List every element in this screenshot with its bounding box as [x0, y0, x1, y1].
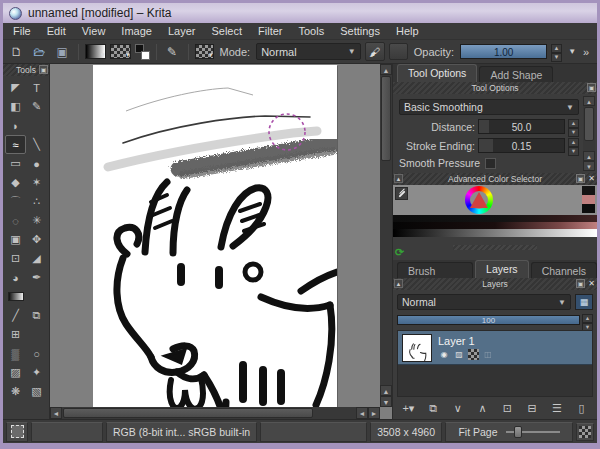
menu-item-settings[interactable]: Settings [340, 25, 380, 37]
new-document-icon[interactable]: 🗋 [7, 42, 26, 61]
polyline-tool[interactable]: ✶ [26, 173, 47, 192]
canvas-area[interactable]: ▲ ▲ ▼ ◄ ◄ ► [50, 64, 392, 419]
menu-item-filter[interactable]: Filter [258, 25, 282, 37]
shade-bar-hue[interactable] [393, 222, 597, 229]
color-selector-main[interactable] [393, 185, 597, 215]
rectangle-tool[interactable]: ▭ [5, 154, 26, 173]
canvas-only-button[interactable] [576, 423, 594, 441]
open-document-icon[interactable]: 🗁 [30, 42, 49, 61]
layer-visibility-eye-icon[interactable]: ◉ [438, 350, 450, 360]
zoom-slider-thumb[interactable] [514, 426, 522, 438]
delete-layer-button[interactable]: ▯ [574, 402, 589, 415]
layer-thumbnail[interactable] [402, 334, 432, 362]
menu-item-tools[interactable]: Tools [299, 25, 325, 37]
tab-brush-presets[interactable]: Brush Presets [397, 262, 473, 278]
grid-tool[interactable]: ⊞ [5, 325, 26, 344]
gradient-tool[interactable] [5, 287, 26, 306]
fill-tool[interactable]: ◕ [5, 268, 26, 287]
last-used-colors[interactable] [582, 186, 595, 213]
shade-bar-value[interactable] [393, 229, 597, 237]
menu-item-edit[interactable]: Edit [47, 25, 66, 37]
menu-item-file[interactable]: File [13, 25, 31, 37]
duplicate-layer-button[interactable]: ⧉ [426, 402, 441, 415]
menu-item-layer[interactable]: Layer [168, 25, 196, 37]
distance-spinner[interactable]: ▲▼ [568, 119, 579, 134]
dynamic-brush-tool[interactable]: ∴ [26, 192, 47, 211]
float-docker-icon[interactable]: ▣ [576, 279, 585, 288]
stroke-ending-spinner[interactable]: ▲▼ [568, 138, 579, 153]
edit-shapes-tool[interactable]: ◧ [5, 97, 26, 116]
ellipse-tool[interactable]: ● [26, 154, 47, 173]
float-docker-icon[interactable]: ▣ [576, 174, 585, 183]
gradient-chooser[interactable]: ▾ [85, 44, 106, 59]
freehand-brush-tool[interactable]: ≈ [5, 135, 26, 154]
layer-opacity-spinner[interactable]: ▲▼ [582, 314, 593, 326]
layer-row[interactable]: Layer 1 ◉ ▨ ◫ [398, 331, 592, 365]
paintop-settings-icon[interactable]: 🖌 [365, 42, 385, 61]
move-layer-down-button[interactable]: ∨ [451, 402, 466, 415]
select-shapes-tool[interactable]: ◤ [5, 78, 26, 97]
docker-splitter-handle[interactable] [453, 245, 537, 250]
scroll-left-icon-2[interactable]: ◄ [356, 407, 368, 419]
color-picker-tool[interactable]: ✒ [26, 268, 47, 287]
move-out-of-group-button[interactable]: ⊟ [525, 402, 540, 415]
close-docker-icon[interactable]: ✕ [587, 279, 596, 288]
colorspace-status[interactable]: RGB (8-bit int... sRGB built-in [106, 422, 257, 442]
blend-mode-dropdown[interactable]: Normal ▼ [397, 294, 571, 310]
layer-opacity-slider[interactable]: 100 [397, 315, 580, 325]
select-similar-tool[interactable]: ❋ [5, 382, 26, 401]
pan-tool[interactable]: ⧉ [26, 306, 47, 325]
menu-item-help[interactable]: Help [396, 25, 419, 37]
select-contiguous-tool[interactable]: ✦ [26, 363, 47, 382]
crop-tool[interactable]: ▣ [5, 230, 26, 249]
fg-bg-colors[interactable] [135, 44, 150, 60]
collapse-docker-icon[interactable]: ▲ [394, 174, 403, 183]
tool-options-scrollbar[interactable]: ▲ ▲ ▼ [583, 96, 595, 171]
polygon-tool[interactable]: ◆ [5, 173, 26, 192]
freehand-brush-icon[interactable]: ✎ [163, 42, 182, 61]
scroll-down-icon[interactable]: ▼ [380, 396, 392, 407]
float-docker-icon[interactable]: ▣ [39, 65, 48, 74]
scroll-up-icon[interactable]: ▲ [380, 64, 392, 75]
bezier-curve-tool[interactable]: ⌒ [5, 192, 26, 211]
layer-properties-button[interactable]: ☰ [550, 402, 565, 415]
opacity-slider[interactable]: 1.00 [460, 44, 547, 59]
zoom-mode-label[interactable]: Fit Page [458, 426, 497, 438]
select-outline-tool[interactable]: ○ [26, 344, 47, 363]
line-tool[interactable]: ╲ [26, 135, 47, 154]
color-swatch[interactable] [582, 186, 595, 195]
float-docker-icon[interactable]: ▣ [587, 83, 596, 92]
pattern-chooser[interactable]: ▾ [110, 44, 131, 59]
close-docker-icon[interactable]: ✕ [587, 174, 596, 183]
smoothing-dropdown[interactable]: Basic Smoothing ▼ [399, 99, 579, 115]
scroll-down-icon[interactable]: ▼ [583, 161, 595, 171]
pattern-fill-icon[interactable] [389, 43, 408, 60]
smooth-pressure-checkbox[interactable] [485, 158, 496, 169]
color-selector-docker-header[interactable]: ▲ Advanced Color Selector ▣ ✕ [393, 173, 597, 185]
color-selector-settings-button[interactable] [395, 187, 408, 200]
layer-alpha-icon[interactable] [468, 349, 479, 360]
refresh-colors-icon[interactable]: ⟳ [395, 246, 404, 258]
move-layer-up-button[interactable]: ∧ [475, 402, 490, 415]
menu-item-select[interactable]: Select [211, 25, 242, 37]
horizontal-scrollbar[interactable]: ◄ ◄ ► [50, 407, 380, 419]
paint-tube-tool[interactable]: ◗ [5, 116, 26, 135]
layer-alpha-lock-icon[interactable]: ◫ [482, 350, 494, 360]
add-layer-button[interactable]: +▾ [401, 402, 416, 415]
tab-layers[interactable]: Layers [475, 260, 529, 278]
save-icon[interactable]: ▣ [53, 42, 72, 61]
selection-status-button[interactable] [6, 422, 28, 442]
distance-field[interactable]: 50.0 [478, 119, 565, 134]
hscroll-thumb[interactable] [63, 408, 313, 418]
opacity-dropdown-icon[interactable]: ▼ [566, 42, 579, 61]
move-tool[interactable]: ✥ [26, 230, 47, 249]
move-into-group-button[interactable]: ⊡ [500, 402, 515, 415]
scroll-up-icon-2[interactable]: ▲ [583, 151, 595, 161]
toolbar-overflow-button[interactable]: » [583, 46, 593, 58]
saturation-triangle[interactable] [470, 192, 488, 208]
scroll-up-icon[interactable]: ▲ [583, 96, 595, 106]
tab-add-shape[interactable]: Add Shape [479, 66, 553, 82]
opacity-spinner[interactable]: ▲▼ [551, 44, 561, 60]
text-tool[interactable]: T [26, 78, 47, 97]
color-swatch[interactable] [582, 204, 595, 213]
